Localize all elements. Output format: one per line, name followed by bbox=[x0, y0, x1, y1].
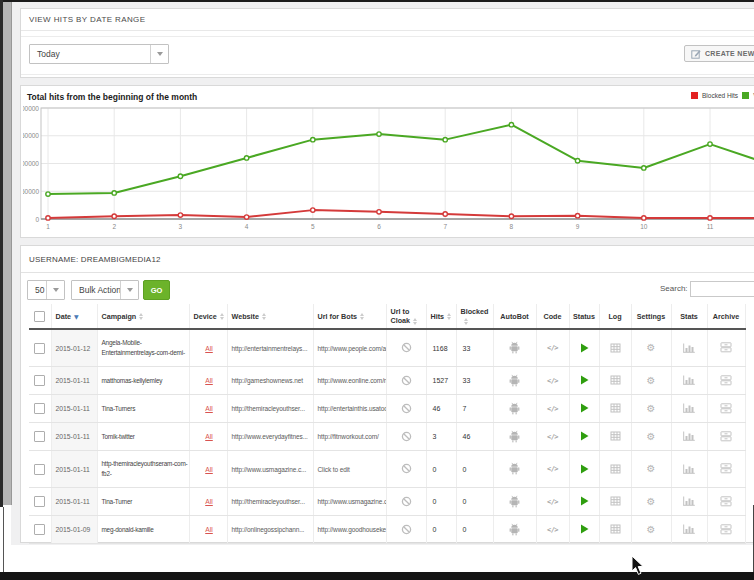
row-checkbox[interactable] bbox=[34, 524, 45, 535]
col-header-archive[interactable]: Archive bbox=[707, 304, 745, 329]
bar-chart-icon[interactable] bbox=[683, 403, 695, 413]
col-header-url-to-cloak[interactable]: Url to Cloak bbox=[386, 304, 426, 329]
row-checkbox[interactable] bbox=[34, 343, 45, 354]
col-header-settings[interactable]: Settings bbox=[631, 304, 671, 329]
gear-icon[interactable]: ⚙ bbox=[647, 431, 656, 442]
device-link[interactable]: All bbox=[205, 345, 213, 352]
android-icon[interactable] bbox=[509, 523, 520, 536]
archive-icon[interactable] bbox=[720, 496, 732, 507]
bots-url-cell[interactable]: http://fitnworkout.com/ bbox=[313, 423, 386, 451]
device-link[interactable]: All bbox=[205, 377, 213, 384]
android-icon[interactable] bbox=[509, 374, 520, 387]
play-icon[interactable] bbox=[580, 431, 589, 441]
grid-icon[interactable] bbox=[610, 343, 621, 353]
gear-icon[interactable]: ⚙ bbox=[647, 524, 656, 535]
col-header-date[interactable]: Date▼ bbox=[51, 304, 97, 329]
code-icon[interactable]: </> bbox=[547, 433, 558, 441]
bots-url-cell[interactable]: http://entertainthis.usatod... bbox=[313, 395, 386, 423]
col-header-status[interactable]: Status bbox=[569, 304, 599, 329]
sort-toggle-icon[interactable] bbox=[464, 318, 468, 325]
archive-icon[interactable] bbox=[720, 342, 732, 353]
col-header-log[interactable]: Log bbox=[599, 304, 631, 329]
sort-toggle-icon[interactable] bbox=[447, 313, 451, 320]
page-size-select[interactable]: 50 bbox=[27, 280, 65, 300]
col-header-stats[interactable]: Stats bbox=[671, 304, 707, 329]
col-header-blocked[interactable]: Blocked bbox=[456, 304, 493, 329]
play-icon[interactable] bbox=[580, 524, 589, 534]
device-link[interactable]: All bbox=[205, 405, 213, 412]
device-link[interactable]: All bbox=[205, 498, 213, 505]
website-cell[interactable]: http://themiracleyouthser... bbox=[227, 488, 313, 516]
col-header-campaign[interactable]: Campaign bbox=[97, 304, 189, 329]
row-checkbox[interactable] bbox=[34, 496, 45, 507]
bar-chart-icon[interactable] bbox=[683, 496, 695, 506]
col-header-code[interactable]: Code bbox=[536, 304, 569, 329]
website-cell[interactable]: http://onlinegossipchann... bbox=[227, 516, 313, 544]
ban-icon[interactable] bbox=[401, 463, 412, 474]
gear-icon[interactable]: ⚙ bbox=[647, 463, 656, 474]
play-icon[interactable] bbox=[580, 375, 589, 385]
sort-toggle-icon[interactable] bbox=[360, 313, 364, 320]
ban-icon[interactable] bbox=[401, 375, 412, 386]
col-header-autobot[interactable]: AutoBot bbox=[493, 304, 536, 329]
archive-icon[interactable] bbox=[720, 463, 732, 474]
sort-desc-arrow[interactable]: ▼ bbox=[74, 313, 79, 320]
grid-icon[interactable] bbox=[610, 403, 621, 413]
col-header-url-for-bots[interactable]: Url for Bots bbox=[313, 304, 386, 329]
play-icon[interactable] bbox=[580, 464, 589, 474]
sort-toggle-icon[interactable] bbox=[262, 313, 266, 320]
row-checkbox[interactable] bbox=[34, 464, 45, 475]
grid-icon[interactable] bbox=[610, 375, 621, 385]
android-icon[interactable] bbox=[509, 462, 520, 475]
bulk-actions-select[interactable]: Bulk Actions bbox=[71, 280, 139, 300]
grid-icon[interactable] bbox=[610, 496, 621, 506]
bar-chart-icon[interactable] bbox=[683, 431, 695, 441]
sort-toggle-icon[interactable] bbox=[139, 313, 143, 320]
sort-toggle-icon[interactable] bbox=[220, 313, 224, 320]
bots-url-cell[interactable]: Click to edit bbox=[313, 451, 386, 488]
grid-icon[interactable] bbox=[610, 431, 621, 441]
code-icon[interactable]: </> bbox=[547, 377, 558, 385]
archive-icon[interactable] bbox=[720, 375, 732, 386]
row-checkbox[interactable] bbox=[34, 375, 45, 386]
website-cell[interactable]: http://www.usmagazine.c... bbox=[227, 451, 313, 488]
archive-icon[interactable] bbox=[720, 431, 732, 442]
code-icon[interactable]: </> bbox=[547, 526, 558, 534]
ban-icon[interactable] bbox=[401, 524, 412, 535]
bar-chart-icon[interactable] bbox=[683, 375, 695, 385]
col-header-device[interactable]: Device bbox=[189, 304, 227, 329]
ban-icon[interactable] bbox=[401, 496, 412, 507]
bots-url-cell[interactable]: http://www.people.com/ar... bbox=[313, 329, 386, 367]
create-new-campaign-button[interactable]: CREATE NEW CAMPAIGN bbox=[684, 45, 754, 62]
play-icon[interactable] bbox=[580, 496, 589, 506]
search-input[interactable] bbox=[690, 281, 754, 297]
device-link[interactable]: All bbox=[205, 433, 213, 440]
android-icon[interactable] bbox=[509, 341, 520, 354]
bar-chart-icon[interactable] bbox=[683, 343, 695, 353]
bar-chart-icon[interactable] bbox=[683, 524, 695, 534]
date-range-select[interactable]: Today bbox=[29, 44, 169, 64]
ban-icon[interactable] bbox=[401, 431, 412, 442]
col-header-hits[interactable]: Hits bbox=[426, 304, 456, 329]
bots-url-cell[interactable]: http://www.usmagazine.c... bbox=[313, 488, 386, 516]
ban-icon[interactable] bbox=[401, 403, 412, 414]
android-icon[interactable] bbox=[509, 495, 520, 508]
row-checkbox[interactable] bbox=[34, 403, 45, 414]
col-header-website[interactable]: Website bbox=[227, 304, 313, 329]
play-icon[interactable] bbox=[580, 343, 589, 353]
bots-url-cell[interactable]: http://www.eonline.com/n... bbox=[313, 367, 386, 395]
grid-icon[interactable] bbox=[610, 464, 621, 474]
archive-icon[interactable] bbox=[720, 403, 732, 414]
scrollbar-strip[interactable] bbox=[3, 2, 12, 505]
device-link[interactable]: All bbox=[205, 526, 213, 533]
website-cell[interactable]: http://gameshownews.net bbox=[227, 367, 313, 395]
ban-icon[interactable] bbox=[401, 342, 412, 353]
website-cell[interactable]: http://themiracleyouthser... bbox=[227, 395, 313, 423]
sort-toggle-icon[interactable] bbox=[413, 318, 417, 325]
select-all-checkbox[interactable] bbox=[34, 311, 45, 322]
gear-icon[interactable]: ⚙ bbox=[647, 496, 656, 507]
website-cell[interactable]: http://www.everydayfitnes... bbox=[227, 423, 313, 451]
bar-chart-icon[interactable] bbox=[683, 464, 695, 474]
archive-icon[interactable] bbox=[720, 524, 732, 535]
row-checkbox[interactable] bbox=[34, 431, 45, 442]
